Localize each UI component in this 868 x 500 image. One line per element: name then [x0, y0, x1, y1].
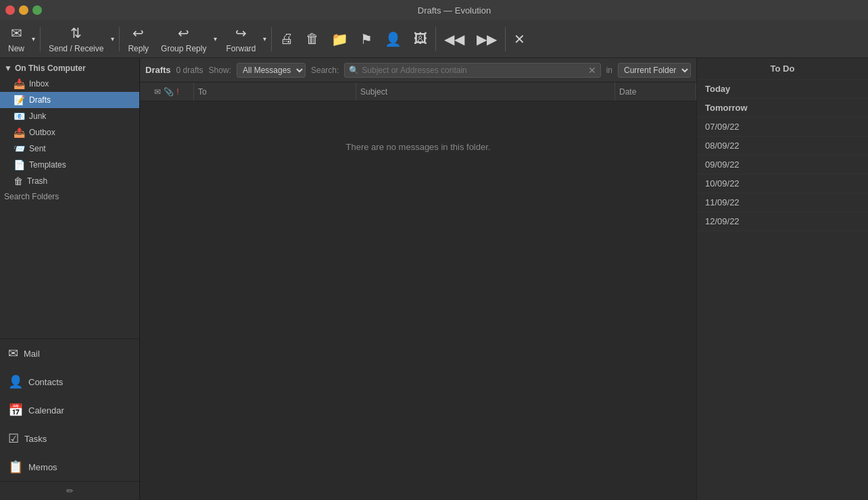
filter-bar: Drafts 0 drafts Show: All Messages Searc…	[140, 58, 696, 82]
maximize-button[interactable]	[32, 5, 42, 15]
todo-item-2[interactable]: 09/09/22	[697, 155, 868, 174]
sidebar-item-inbox[interactable]: 📥 Inbox	[0, 76, 139, 92]
send-receive-button[interactable]: ⇅ Send / Receive	[43, 24, 109, 54]
search-icon: 🔍	[349, 66, 359, 75]
search-input[interactable]	[362, 66, 585, 75]
right-panel: To Do Today Tomorrow 07/09/22 08/09/22 0…	[696, 58, 868, 500]
no-messages-text: There are no messages in this folder.	[346, 142, 491, 152]
sent-label: Sent	[29, 144, 46, 153]
sidebar-item-sent[interactable]: 📨 Sent	[0, 141, 139, 157]
toolbar: ✉ New ▾ ⇅ Send / Receive ▾ ↩ Reply ↩ Gro…	[0, 20, 868, 58]
todo-item-1[interactable]: 08/09/22	[697, 136, 868, 155]
sidebar-item-templates[interactable]: 📄 Templates	[0, 157, 139, 173]
todo-item-4[interactable]: 11/09/22	[697, 193, 868, 212]
collapse-icon: ▼	[4, 64, 12, 73]
content-right-split: Drafts 0 drafts Show: All Messages Searc…	[140, 58, 868, 500]
sidebar-item-drafts[interactable]: 📝 Drafts	[0, 92, 139, 108]
delete-icon: 🗑	[306, 31, 319, 47]
mail-nav-icon: ✉	[8, 346, 18, 361]
separator-5	[505, 27, 506, 51]
junk-icon: 📧	[14, 111, 25, 122]
new-button[interactable]: ✉ New	[3, 24, 30, 54]
col-subject-header[interactable]: Subject	[356, 82, 615, 101]
print-button[interactable]: 🖨	[274, 24, 299, 54]
photo-button[interactable]: 🖼	[408, 24, 433, 54]
outbox-label: Outbox	[29, 128, 55, 137]
flag-button[interactable]: ⚑	[355, 24, 378, 54]
templates-icon: 📄	[14, 159, 25, 170]
on-this-computer-header[interactable]: ▼ On This Computer	[0, 61, 139, 76]
move-button[interactable]: 📁	[326, 24, 354, 54]
todo-item-0[interactable]: 07/09/22	[697, 118, 868, 136]
delete-button[interactable]: 🗑	[300, 24, 324, 54]
forward-dropdown[interactable]: ▾	[261, 24, 268, 54]
search-label: Search:	[311, 66, 339, 75]
sidebar-nav: ▼ On This Computer 📥 Inbox 📝 Drafts 📧 Ju…	[0, 58, 139, 339]
mail-nav-button[interactable]: ✉ Mail	[0, 339, 139, 368]
search-clear-icon[interactable]: ✕	[588, 65, 596, 76]
reply-label: Reply	[128, 44, 149, 53]
msg-list-header: ✉ 📎 ! To Subject Date	[140, 82, 696, 101]
contacts-nav-button[interactable]: 👤 Contacts	[0, 368, 139, 396]
show-select[interactable]: All Messages	[237, 63, 306, 78]
new-dropdown-arrow[interactable]: ▾	[30, 24, 37, 54]
templates-label: Templates	[29, 160, 66, 170]
titlebar: Drafts — Evolution	[0, 0, 868, 20]
tasks-nav-icon: ☑	[8, 431, 19, 446]
sidebar-item-junk[interactable]: 📧 Junk	[0, 108, 139, 124]
tasks-nav-button[interactable]: ☑ Tasks	[0, 424, 139, 453]
contact-button[interactable]: 👤	[379, 24, 407, 54]
next-button[interactable]: ▶▶	[471, 24, 502, 54]
col-to-header[interactable]: To	[194, 82, 356, 101]
sidebar-item-trash[interactable]: 🗑 Trash	[0, 173, 139, 189]
todo-item-tomorrow[interactable]: Tomorrow	[697, 99, 868, 118]
sent-icon: 📨	[14, 143, 25, 154]
prev-button[interactable]: ◀◀	[439, 24, 470, 54]
col-status-header[interactable]: ✉ 📎 !	[140, 82, 194, 101]
trash-icon: 🗑	[14, 176, 23, 186]
move-icon: 📁	[331, 31, 348, 47]
reply-button[interactable]: ↩ Reply	[122, 24, 154, 54]
print-icon: 🖨	[280, 31, 293, 47]
reply-group: ↩ Reply	[122, 24, 154, 54]
sidebar-item-outbox[interactable]: 📤 Outbox	[0, 124, 139, 141]
search-input-wrap: 🔍 ✕	[344, 63, 600, 78]
search-folders[interactable]: Search Folders	[0, 189, 139, 204]
junk-label: Junk	[29, 111, 46, 121]
outbox-icon: 📤	[14, 127, 25, 138]
todo-item-5[interactable]: 12/09/22	[697, 212, 868, 231]
settings-button[interactable]: ✏	[0, 481, 139, 500]
drafts-label: Drafts	[29, 95, 51, 105]
folder-select[interactable]: Current Folder	[618, 63, 691, 78]
memos-nav-icon: 📋	[8, 459, 23, 474]
priority-icon: !	[176, 87, 178, 97]
memos-nav-button[interactable]: 📋 Memos	[0, 453, 139, 481]
new-label: New	[8, 44, 24, 53]
todo-item-today[interactable]: Today	[697, 80, 868, 99]
close-button[interactable]	[5, 5, 15, 15]
minimize-button[interactable]	[19, 5, 28, 15]
prev-icon: ◀◀	[444, 31, 464, 47]
send-receive-dropdown[interactable]: ▾	[109, 24, 116, 54]
inbox-label: Inbox	[29, 79, 49, 89]
main-area: ▼ On This Computer 📥 Inbox 📝 Drafts 📧 Ju…	[0, 58, 868, 500]
separator-3	[271, 27, 272, 51]
calendar-nav-button[interactable]: 📅 Calendar	[0, 396, 139, 424]
group-reply-icon: ↩	[178, 25, 189, 41]
memos-nav-label: Memos	[28, 462, 57, 472]
send-receive-icon: ⇅	[70, 25, 82, 41]
col-date-header[interactable]: Date	[615, 82, 696, 101]
forward-button[interactable]: ↪ Forward	[220, 24, 261, 54]
calendar-nav-label: Calendar	[28, 405, 64, 416]
group-reply-button[interactable]: ↩ Group Reply	[155, 24, 212, 54]
inbox-icon: 📥	[14, 78, 25, 89]
group-reply-group: ↩ Group Reply ▾	[155, 24, 219, 54]
todo-item-3[interactable]: 10/09/22	[697, 174, 868, 193]
group-reply-dropdown[interactable]: ▾	[212, 24, 219, 54]
settings-icon: ✏	[66, 486, 74, 496]
separator-2	[119, 27, 120, 51]
mail-nav-label: Mail	[24, 349, 40, 359]
window-title: Drafts — Evolution	[46, 5, 863, 16]
group-reply-label: Group Reply	[161, 44, 206, 53]
close-msg-button[interactable]: ✕	[508, 24, 531, 54]
